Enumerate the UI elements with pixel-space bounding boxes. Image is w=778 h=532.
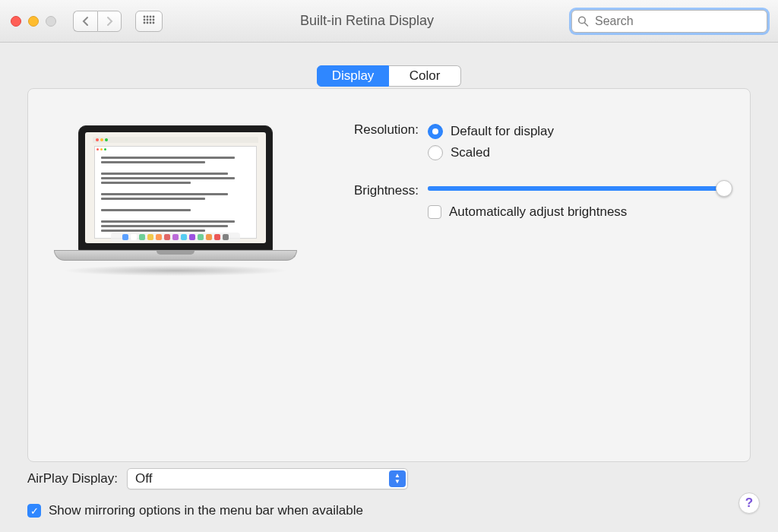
- svg-point-9: [147, 21, 149, 24]
- laptop-base-icon: [54, 250, 297, 261]
- svg-point-3: [153, 15, 155, 17]
- svg-point-5: [147, 18, 149, 21]
- help-icon: ?: [745, 496, 753, 511]
- svg-point-2: [150, 15, 152, 17]
- content-area: Display Color: [0, 43, 778, 532]
- svg-point-6: [150, 18, 152, 21]
- resolution-label: Resolution:: [327, 121, 419, 138]
- airplay-selected-value: Off: [135, 471, 152, 486]
- bottom-area: AirPlay Display: Off ▲▼ ✓ Show mirroring…: [27, 462, 751, 518]
- select-stepper-icon: ▲▼: [389, 470, 406, 487]
- grid-icon: [143, 15, 155, 27]
- tab-display[interactable]: Display: [317, 65, 389, 87]
- fullscreen-window-button[interactable]: [46, 16, 56, 27]
- svg-point-0: [144, 15, 146, 17]
- airplay-row: AirPlay Display: Off ▲▼: [27, 468, 751, 489]
- checkbox-icon: ✓: [27, 504, 41, 518]
- mirroring-label: Show mirroring options in the menu bar w…: [49, 503, 363, 518]
- resolution-scaled-label: Scaled: [451, 145, 490, 160]
- brightness-label: Brightness:: [327, 182, 419, 198]
- search-input[interactable]: [571, 10, 767, 33]
- nav-buttons: [73, 11, 122, 32]
- help-button[interactable]: ?: [738, 492, 760, 514]
- svg-point-10: [150, 21, 152, 24]
- minimize-window-button[interactable]: [28, 16, 39, 27]
- mirroring-checkbox[interactable]: ✓ Show mirroring options in the menu bar…: [27, 503, 751, 518]
- auto-brightness-label: Automatically adjust brightness: [449, 204, 627, 220]
- tab-color[interactable]: Color: [389, 65, 461, 87]
- slider-thumb-icon[interactable]: [716, 180, 732, 197]
- search-icon: [577, 15, 589, 27]
- titlebar: Built-in Retina Display: [0, 0, 778, 43]
- window-controls: [11, 16, 56, 27]
- display-settings-form: Resolution: Default for display Scaled B…: [327, 110, 724, 442]
- back-button[interactable]: [73, 11, 97, 32]
- chevron-left-icon: [82, 16, 90, 27]
- resolution-default-label: Default for display: [451, 124, 554, 139]
- svg-point-4: [144, 18, 146, 21]
- radio-icon: [428, 145, 443, 160]
- checkbox-icon: [428, 205, 441, 219]
- chevron-right-icon: [106, 16, 113, 27]
- svg-line-13: [585, 23, 588, 26]
- tab-switcher: Display Color: [27, 65, 751, 87]
- svg-point-8: [144, 21, 146, 24]
- airplay-label: AirPlay Display:: [27, 471, 118, 486]
- svg-point-7: [153, 18, 155, 21]
- brightness-row: Brightness: Automatically adjust brightn…: [327, 182, 724, 220]
- auto-brightness-checkbox[interactable]: Automatically adjust brightness: [428, 204, 724, 220]
- display-preview: [54, 125, 297, 300]
- resolution-row: Resolution: Default for display Scaled: [327, 121, 724, 163]
- airplay-select[interactable]: Off ▲▼: [127, 468, 408, 489]
- svg-point-11: [153, 21, 155, 24]
- close-window-button[interactable]: [11, 16, 21, 27]
- radio-icon: [428, 124, 443, 139]
- search-field-wrap: [571, 10, 767, 33]
- settings-card: Resolution: Default for display Scaled B…: [27, 88, 751, 462]
- svg-point-1: [147, 15, 149, 17]
- resolution-default-radio[interactable]: Default for display: [428, 121, 724, 142]
- show-all-button[interactable]: [135, 11, 163, 32]
- brightness-slider[interactable]: [428, 186, 724, 191]
- window-title: Built-in Retina Display: [170, 13, 564, 29]
- forward-button[interactable]: [97, 11, 122, 32]
- resolution-scaled-radio[interactable]: Scaled: [428, 142, 724, 163]
